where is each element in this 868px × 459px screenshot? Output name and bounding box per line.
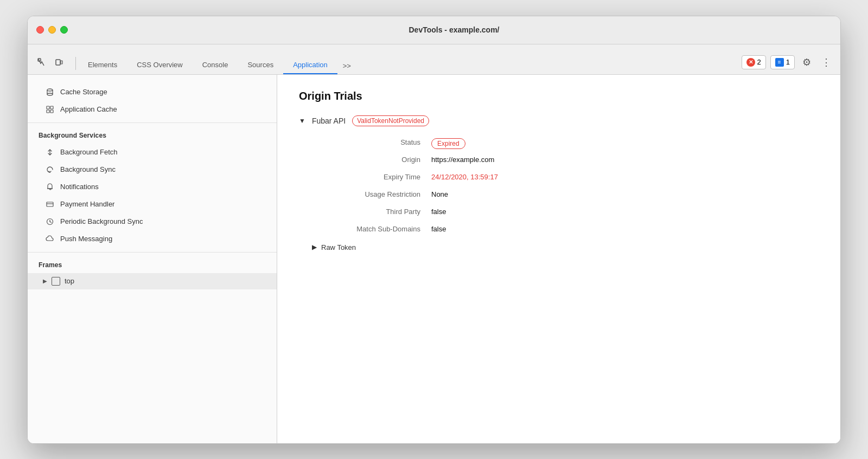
background-services-section: Background Services Background Fetch [28,123,277,253]
expiry-time-row: Expiry Time 24/12/2020, 13:59:17 [312,170,819,187]
toolbar-right: ✕ 2 ≡ 1 ⚙ ⋮ [742,55,834,74]
frames-section: Frames ▶ top [28,253,277,294]
api-collapse-toggle[interactable]: ▼ [299,117,305,125]
sidebar-item-background-sync[interactable]: Background Sync [28,161,277,178]
toolbar-left [34,55,67,74]
raw-token-row: ▶ Raw Token [312,243,819,251]
frame-window-icon [52,277,60,286]
more-tabs-button[interactable]: >> [337,57,356,74]
api-name: Fubar API [312,117,346,125]
third-party-label: Third Party [312,208,431,216]
svg-rect-9 [47,110,49,113]
cylinder-icon [45,87,55,97]
expiry-time-value: 24/12/2020, 13:59:17 [431,173,819,181]
notifications-label: Notifications [60,183,99,191]
svg-rect-13 [47,202,53,206]
svg-rect-2 [61,61,62,64]
sidebar-item-periodic-background-sync[interactable]: Periodic Background Sync [28,213,277,230]
sidebar-item-background-fetch[interactable]: Background Fetch [28,144,277,161]
usage-restriction-value: None [431,190,819,198]
usage-restriction-label: Usage Restriction [312,190,431,198]
tab-elements[interactable]: Elements [78,56,127,74]
raw-token-toggle[interactable]: ▶ [312,243,317,251]
match-sub-domains-label: Match Sub-Domains [312,225,431,233]
background-services-header: Background Services [28,127,277,144]
tabs: Elements CSS Overview Console Sources Ap… [78,56,737,74]
device-toggle-button[interactable] [52,55,67,70]
status-label: Status [312,138,431,146]
svg-rect-10 [50,110,53,113]
svg-point-6 [47,93,53,95]
inspect-element-button[interactable] [34,55,49,70]
sidebar-item-push-messaging[interactable]: Push Messaging [28,230,277,248]
payment-handler-label: Payment Handler [60,200,114,208]
status-value: Expired [431,138,819,149]
expired-badge: Expired [431,138,465,149]
svg-line-17 [50,222,52,223]
tab-css-overview[interactable]: CSS Overview [127,56,193,74]
clock-icon [45,217,55,227]
devtools-window: DevTools - example.com/ Elements CSS Ove… [27,16,841,444]
close-button[interactable] [36,26,44,34]
content-area: Origin Trials ▼ Fubar API ValidTokenNotP… [277,75,840,443]
origin-label: Origin [312,156,431,164]
message-icon: ≡ [775,58,784,67]
cloud-icon [45,234,55,244]
sidebar-item-payment-handler[interactable]: Payment Handler [28,196,277,213]
third-party-row: Third Party false [312,204,819,222]
periodic-background-sync-label: Periodic Background Sync [60,217,143,225]
api-section: ▼ Fubar API ValidTokenNotProvided Status… [299,115,819,251]
sidebar-item-application-cache[interactable]: Application Cache [28,101,277,118]
svg-rect-8 [50,106,53,109]
card-icon [45,199,55,209]
usage-restriction-row: Usage Restriction None [312,187,819,204]
status-row: Status Expired [312,135,819,152]
window-title: DevTools - example.com/ [76,25,832,34]
minimize-button[interactable] [48,26,56,34]
background-fetch-label: Background Fetch [60,148,118,156]
top-frame-label: top [65,277,74,285]
tab-application[interactable]: Application [283,56,337,74]
match-sub-domains-value: false [431,225,819,233]
error-icon: ✕ [746,58,755,67]
arrows-updown-icon [45,147,55,157]
svg-rect-1 [56,60,60,65]
origin-value: https://example.com [431,156,819,164]
svg-rect-7 [47,106,49,109]
error-count: 2 [757,58,761,66]
toolbar-divider [75,57,76,70]
storage-section: Cache Storage Application Cache [28,79,277,123]
application-cache-label: Application Cache [60,105,117,113]
sidebar-item-top[interactable]: ▶ top [28,273,277,289]
sidebar-item-notifications[interactable]: Notifications [28,178,277,196]
frames-header: Frames [28,257,277,273]
svg-point-3 [47,89,53,91]
sidebar-item-cache-storage[interactable]: Cache Storage [28,83,277,101]
expiry-time-label: Expiry Time [312,173,431,181]
error-count-button[interactable]: ✕ 2 [742,55,766,69]
more-options-button[interactable]: ⋮ [819,55,834,70]
toolbar: Elements CSS Overview Console Sources Ap… [28,44,840,75]
origin-row: Origin https://example.com [312,152,819,170]
titlebar: DevTools - example.com/ [28,16,840,44]
traffic-lights [36,26,68,34]
message-count: 1 [786,58,790,66]
api-header: ▼ Fubar API ValidTokenNotProvided [299,115,819,126]
cache-storage-label: Cache Storage [60,88,107,96]
settings-button[interactable]: ⚙ [799,55,814,70]
tab-sources[interactable]: Sources [238,56,283,74]
sidebar: Cache Storage Application Cache [28,75,277,443]
main-content: Cache Storage Application Cache [28,75,840,443]
maximize-button[interactable] [60,26,68,34]
sync-icon [45,165,55,174]
page-title: Origin Trials [299,90,819,102]
detail-table: Status Expired Origin https://example.co… [312,135,819,239]
raw-token-label: Raw Token [321,243,356,251]
third-party-value: false [431,208,819,216]
background-sync-label: Background Sync [60,165,116,173]
message-count-button[interactable]: ≡ 1 [770,55,795,69]
arrow-right-icon: ▶ [43,278,47,284]
push-messaging-label: Push Messaging [60,235,112,243]
api-token-status-badge: ValidTokenNotProvided [352,115,429,126]
tab-console[interactable]: Console [193,56,238,74]
